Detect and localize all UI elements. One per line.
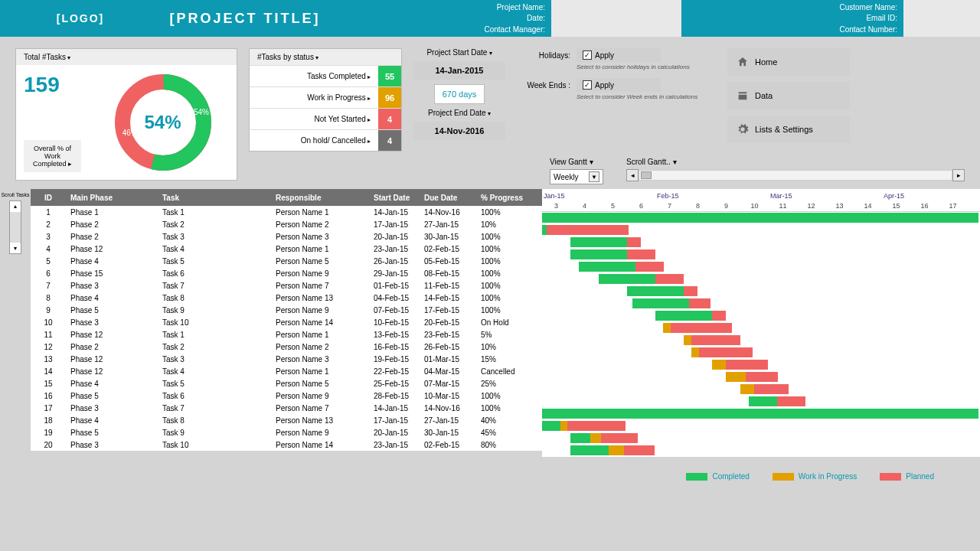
scroll-right-button[interactable]: ▸ [952, 169, 965, 181]
status-row[interactable]: On hold/ Cancelled 4 [250, 129, 401, 151]
status-row[interactable]: Tasks Completed 55 [250, 65, 401, 86]
gantt-row [542, 359, 980, 371]
table-row[interactable]: 5 Phase 4 Task 5 Person Name 5 26-Jan-15… [31, 255, 542, 267]
table-row[interactable]: 6 Phase 15 Task 6 Person Name 9 29-Jan-1… [31, 267, 542, 279]
table-row[interactable]: 18 Phase 4 Task 8 Person Name 13 17-Jan-… [31, 414, 542, 426]
table-row[interactable]: 2 Phase 2 Task 2 Person Name 2 17-Jan-15… [31, 218, 542, 230]
scroll-up-icon[interactable]: ▴ [10, 201, 21, 212]
col-phase[interactable]: Main Phase [66, 192, 158, 204]
gantt-bar[interactable] [655, 311, 712, 321]
col-responsible[interactable]: Responsible [271, 192, 369, 204]
gantt-bar[interactable] [746, 372, 778, 382]
gantt-bar[interactable] [627, 249, 655, 259]
gantt-bar[interactable] [601, 433, 638, 443]
gantt-bar[interactable] [749, 396, 777, 406]
gantt-bar[interactable] [726, 360, 768, 370]
table-row[interactable]: 15 Phase 4 Task 5 Person Name 5 25-Feb-1… [31, 377, 542, 390]
holidays-apply-button[interactable]: ✓ Apply [577, 48, 661, 62]
holidays-checkbox[interactable]: ✓ [583, 51, 592, 60]
status-row[interactable]: Work in Progress 96 [250, 86, 401, 108]
status-header[interactable]: #Tasks by status [250, 49, 401, 65]
gantt-bar[interactable] [570, 249, 627, 259]
gantt-row [542, 212, 980, 224]
gantt-bar[interactable] [570, 237, 627, 247]
table-row[interactable]: 1 Phase 1 Task 1 Person Name 1 14-Jan-15… [31, 206, 542, 218]
col-task[interactable]: Task [158, 192, 271, 204]
table-row[interactable]: 11 Phase 12 Task 1 Person Name 1 13-Feb-… [31, 328, 542, 341]
overall-percent-button[interactable]: Overall % of Work Completed ▸ [24, 140, 81, 172]
gantt-bar[interactable] [579, 262, 635, 272]
gantt-bar[interactable] [726, 372, 746, 382]
col-id[interactable]: ID [31, 192, 66, 204]
end-date-label[interactable]: Project End Date [428, 109, 491, 117]
gantt-bar[interactable] [627, 286, 684, 296]
gantt-bar[interactable] [547, 225, 629, 235]
gantt-bar[interactable] [684, 286, 697, 296]
table-row[interactable]: 10 Phase 3 Task 10 Person Name 14 10-Feb… [31, 316, 542, 328]
start-date-label[interactable]: Project Start Date [426, 48, 492, 57]
gantt-bar[interactable] [542, 213, 978, 223]
scroll-track[interactable] [639, 170, 952, 181]
task-scroll-vertical[interactable]: ▴ ▾ [9, 201, 21, 254]
view-gantt-label[interactable]: View Gantt ▾ [550, 158, 603, 166]
gantt-bar[interactable] [632, 298, 689, 308]
gantt-bar[interactable] [655, 274, 684, 284]
scroll-left-button[interactable]: ◂ [626, 169, 639, 181]
table-row[interactable]: 17 Phase 3 Task 7 Person Name 7 14-Jan-1… [31, 402, 542, 414]
customer-info-values[interactable] [903, 0, 980, 37]
gantt-bar[interactable] [627, 237, 641, 247]
scroll-gantt-label[interactable]: Scroll Gantt.. ▾ [626, 158, 965, 166]
gantt-bar[interactable] [691, 347, 699, 357]
table-row[interactable]: 16 Phase 5 Task 6 Person Name 9 28-Feb-1… [31, 390, 542, 402]
lists-settings-button[interactable]: Lists & Settings [727, 116, 850, 143]
weekends-apply-button[interactable]: ✓ Apply [577, 78, 661, 92]
gantt-bar[interactable] [635, 262, 664, 272]
gantt-bar[interactable] [663, 323, 671, 333]
scroll-down-icon[interactable]: ▾ [10, 243, 21, 253]
gantt-bar[interactable] [624, 445, 655, 455]
gantt-bar[interactable] [689, 298, 710, 308]
table-row[interactable]: 20 Phase 3 Task 10 Person Name 14 23-Jan… [31, 439, 542, 451]
col-progress[interactable]: % Progress [476, 192, 533, 204]
scroll-thumb[interactable] [641, 171, 652, 179]
table-row[interactable]: 8 Phase 4 Task 8 Person Name 13 04-Feb-1… [31, 292, 542, 304]
table-row[interactable]: 7 Phase 3 Task 7 Person Name 7 01-Feb-15… [31, 279, 542, 292]
table-row[interactable]: 19 Phase 5 Task 9 Person Name 9 20-Jan-1… [31, 426, 542, 439]
total-tasks-header[interactable]: Total #Tasks [16, 49, 237, 65]
gantt-bar[interactable] [542, 421, 560, 431]
table-row[interactable]: 12 Phase 2 Task 2 Person Name 2 16-Feb-1… [31, 341, 542, 353]
view-gantt-select[interactable]: Weekly ▼ [550, 169, 603, 184]
project-info-values[interactable] [551, 0, 681, 37]
table-row[interactable]: 9 Phase 5 Task 9 Person Name 9 07-Feb-15… [31, 304, 542, 316]
col-due[interactable]: Due Date [420, 192, 476, 204]
gantt-bar[interactable] [777, 396, 805, 406]
gantt-bar[interactable] [542, 409, 978, 419]
table-row[interactable]: 3 Phase 2 Task 3 Person Name 3 20-Jan-15… [31, 230, 542, 243]
gantt-bar[interactable] [570, 433, 590, 443]
home-button[interactable]: Home [727, 48, 850, 76]
status-row[interactable]: Not Yet Started 4 [250, 108, 401, 129]
project-info-labels: Project Name: Date: Contact Manager: [329, 0, 551, 37]
gantt-bar[interactable] [560, 421, 567, 431]
gantt-bar[interactable] [712, 360, 726, 370]
data-button[interactable]: Data [727, 82, 850, 109]
gantt-bar[interactable] [570, 445, 609, 455]
gantt-bar[interactable] [599, 274, 655, 284]
gantt-bar[interactable] [754, 384, 789, 394]
dropdown-icon[interactable]: ▼ [589, 171, 599, 182]
weekends-checkbox[interactable]: ✓ [583, 80, 592, 90]
gantt-bar[interactable] [691, 335, 740, 345]
gantt-bar[interactable] [609, 445, 624, 455]
gantt-bar[interactable] [590, 433, 601, 443]
table-row[interactable]: 4 Phase 12 Task 4 Person Name 1 23-Jan-1… [31, 243, 542, 255]
gantt-bar[interactable] [684, 335, 691, 345]
gantt-bar[interactable] [671, 323, 732, 333]
gantt-bar[interactable] [740, 384, 754, 394]
gantt-bar[interactable] [699, 347, 753, 357]
table-row[interactable]: 13 Phase 12 Task 3 Person Name 3 19-Feb-… [31, 353, 542, 365]
label-contact-number: Contact Number: [688, 25, 897, 34]
gantt-bar[interactable] [712, 311, 726, 321]
gantt-bar[interactable] [567, 421, 626, 431]
table-row[interactable]: 14 Phase 12 Task 4 Person Name 1 22-Feb-… [31, 365, 542, 377]
col-start[interactable]: Start Date [369, 192, 420, 204]
